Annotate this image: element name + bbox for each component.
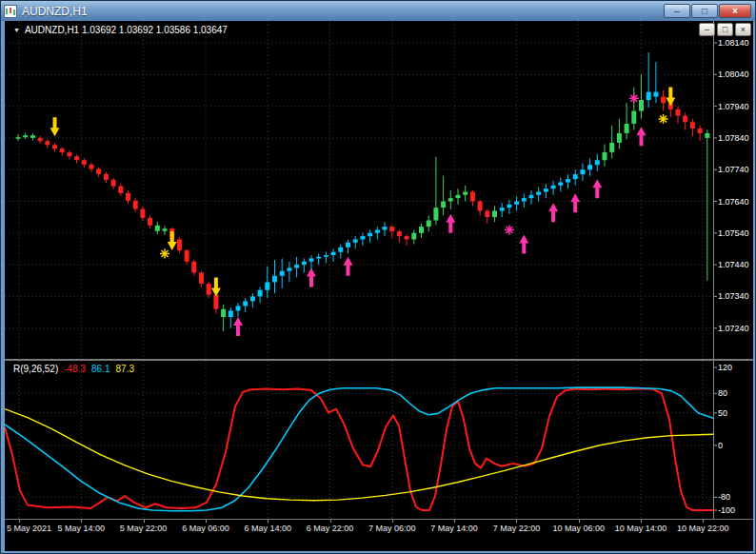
- candle-body: [383, 227, 388, 229]
- signal-arrow-down-yellow: [50, 117, 60, 136]
- time-axis-tick: [144, 520, 145, 523]
- time-axis-label: 7 May 22:00: [493, 524, 541, 533]
- candle-body: [360, 236, 365, 239]
- time-axis-tick: [516, 520, 517, 523]
- indicator-axis-label: -80: [718, 492, 730, 502]
- price-axis-label: 1.07240: [718, 324, 749, 333]
- candle-body: [705, 133, 709, 138]
- candle-body: [272, 276, 277, 283]
- candle-body: [104, 174, 109, 180]
- chart-ohlc-label: ▼ AUDNZD,H1 1.03692 1.03692 1.03586 1.03…: [13, 25, 228, 35]
- window-title: AUDNZD,H1: [22, 5, 88, 18]
- maximize-button[interactable]: □: [691, 4, 718, 18]
- candle-body: [470, 192, 475, 202]
- candle-body: [441, 202, 446, 208]
- chart-client-area: 1.081401.080401.079401.078401.077401.076…: [5, 21, 753, 551]
- price-axis-label: 1.07540: [718, 228, 749, 238]
- candle-body: [647, 92, 651, 100]
- candle-body: [96, 169, 101, 174]
- candle-body: [163, 228, 168, 231]
- candle-body: [631, 111, 636, 124]
- signal-star-magenta: [629, 93, 639, 103]
- candle-body: [16, 137, 21, 139]
- candle-body: [213, 295, 218, 309]
- indicator-line-aqua: [5, 387, 713, 511]
- time-axis-label: 6 May 06:00: [182, 524, 229, 533]
- symbol-ohlc-text: AUDNZD,H1 1.03692 1.03692 1.03586 1.0364…: [25, 25, 228, 35]
- window-titlebar[interactable]: AUDNZD,H1 – □ ×: [1, 1, 755, 21]
- mdi-close-button[interactable]: ×: [735, 23, 751, 36]
- time-axis-tick: [454, 520, 455, 523]
- time-axis-label: 10 May 22:00: [677, 524, 729, 533]
- candle-body: [23, 135, 28, 137]
- time-axis-tick: [81, 520, 82, 523]
- time-axis-tick: [392, 520, 393, 523]
- candle-body: [551, 186, 556, 188]
- main-price-chart[interactable]: 1.081401.080401.079401.078401.077401.076…: [5, 21, 753, 359]
- candle-body: [405, 236, 409, 239]
- indicator-name: R(9,26,52): [13, 364, 58, 374]
- time-axis-tick: [330, 520, 331, 523]
- candle-body: [38, 138, 43, 141]
- candle-body: [698, 129, 703, 133]
- mdi-minimize-button[interactable]: –: [699, 23, 715, 36]
- candle-body: [427, 220, 431, 227]
- candle-body: [185, 250, 189, 262]
- candle-body: [522, 198, 527, 201]
- indicator-line-yellow: [5, 409, 713, 501]
- chart-icon: [4, 5, 17, 18]
- candle-body: [118, 187, 123, 193]
- mdi-restore-button[interactable]: □: [717, 23, 733, 36]
- time-axis[interactable]: 5 May 20215 May 14:005 May 22:006 May 06…: [5, 519, 753, 541]
- indicator-value-yellow: 87.3: [116, 364, 134, 374]
- candle-body: [603, 152, 607, 160]
- candle-body: [236, 306, 241, 310]
- candle-body: [250, 296, 255, 301]
- candle-body: [456, 195, 461, 198]
- candle-body: [661, 97, 666, 104]
- time-axis-label: 10 May 06:00: [552, 524, 605, 533]
- price-axis-label: 1.08040: [718, 69, 749, 79]
- indicator-value-aqua: 86.1: [91, 364, 109, 374]
- time-axis-label: 7 May 14:00: [430, 524, 478, 533]
- collapse-arrow-icon[interactable]: ▼: [13, 27, 20, 33]
- indicator-line-red: [5, 389, 713, 511]
- time-axis-tick: [19, 520, 20, 523]
- candle-body: [111, 180, 116, 187]
- candle-body: [580, 169, 585, 174]
- indicator-panel[interactable]: 12080500-80-100: [5, 361, 753, 519]
- indicator-axis-label: 50: [718, 408, 727, 418]
- time-axis-label: 7 May 06:00: [368, 524, 416, 533]
- minimize-button[interactable]: –: [664, 4, 690, 18]
- candle-body: [448, 198, 453, 201]
- signal-arrow-up-magenta: [637, 127, 647, 146]
- candle-body: [566, 179, 570, 182]
- candle-body: [544, 188, 548, 191]
- candle-body: [133, 201, 138, 209]
- candle-body: [280, 271, 285, 276]
- candle-body: [617, 133, 622, 143]
- candle-body: [258, 290, 263, 297]
- candle-body: [140, 208, 145, 217]
- candle-body: [587, 165, 592, 169]
- candle-body: [558, 183, 563, 186]
- indicator-axis-label: 0: [718, 441, 723, 450]
- candle-body: [74, 156, 79, 160]
- candle-body: [676, 109, 681, 116]
- candle-body: [287, 267, 291, 270]
- candle-body: [243, 301, 248, 306]
- candle-body: [595, 160, 600, 165]
- signal-arrow-up-magenta: [592, 179, 602, 198]
- candle-body: [397, 231, 402, 236]
- candle-body: [82, 160, 87, 165]
- close-button[interactable]: ×: [719, 4, 751, 18]
- candle-body: [67, 152, 71, 156]
- signal-star-magenta: [505, 225, 514, 234]
- candle-body: [411, 233, 416, 240]
- signal-star-yellow: [659, 114, 668, 124]
- signal-arrow-down-yellow: [211, 277, 221, 296]
- signal-arrow-up-magenta: [519, 234, 528, 253]
- price-axis-label: 1.08140: [718, 38, 749, 48]
- time-axis-label: 10 May 14:00: [615, 524, 667, 533]
- candle-body: [207, 284, 211, 295]
